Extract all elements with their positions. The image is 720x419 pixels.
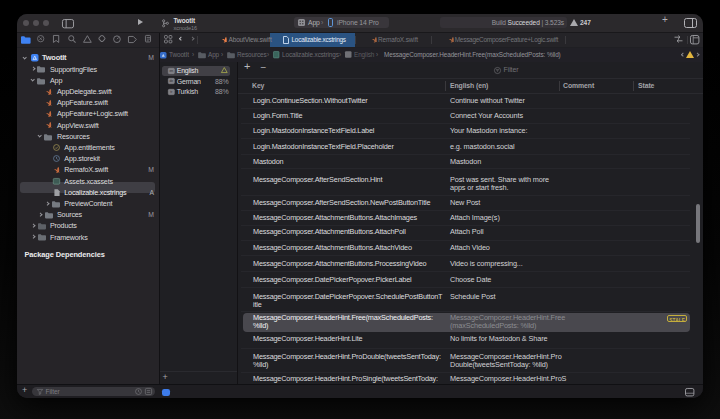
svg-text:en: en (170, 69, 174, 73)
svg-text:de: de (170, 80, 174, 84)
